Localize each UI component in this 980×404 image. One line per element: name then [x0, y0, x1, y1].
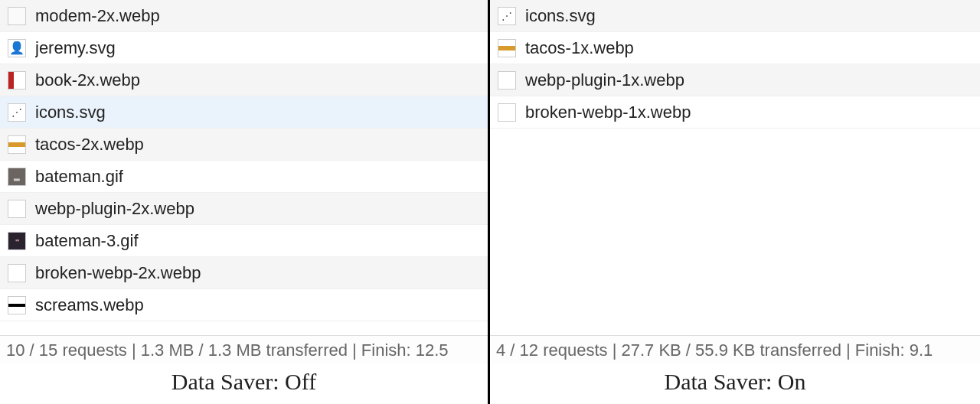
file-name-label: broken-webp-1x.webp [525, 103, 691, 122]
file-name-label: tacos-2x.webp [35, 135, 144, 155]
file-thumbnail-icon [498, 71, 516, 90]
file-name-label: webp-plugin-1x.webp [525, 70, 684, 90]
file-name-label: icons.svg [525, 6, 596, 26]
file-thumbnail-icon [498, 103, 516, 122]
file-name-label: bateman.gif [35, 167, 123, 187]
file-row[interactable]: jeremy.svg [0, 32, 488, 64]
file-thumbnail-icon [8, 135, 26, 154]
file-row[interactable]: broken-webp-2x.webp [0, 257, 488, 289]
file-row[interactable]: tacos-2x.webp [0, 129, 488, 161]
network-file-list-left[interactable]: modem-2x.webpjeremy.svgbook-2x.webpicons… [0, 0, 488, 321]
file-row[interactable]: icons.svg [490, 0, 980, 32]
file-thumbnail-icon [8, 103, 26, 122]
panel-data-saver-off: modem-2x.webpjeremy.svgbook-2x.webpicons… [0, 0, 490, 404]
file-row[interactable]: book-2x.webp [0, 64, 488, 96]
file-thumbnail-icon [8, 200, 26, 218]
file-row[interactable]: webp-plugin-1x.webp [490, 64, 980, 96]
file-name-label: icons.svg [35, 103, 106, 122]
caption-right: Data Saver: On [490, 364, 980, 404]
file-name-label: broken-webp-2x.webp [35, 263, 201, 283]
file-name-label: webp-plugin-2x.webp [35, 199, 194, 219]
file-row[interactable]: bateman.gif [0, 161, 488, 193]
file-thumbnail-icon [8, 296, 26, 314]
file-thumbnail-icon [8, 232, 26, 250]
file-thumbnail-icon [498, 7, 516, 25]
file-name-label: bateman-3.gif [35, 231, 139, 251]
file-name-label: modem-2x.webp [35, 6, 160, 26]
file-row[interactable]: modem-2x.webp [0, 0, 488, 32]
panel-data-saver-on: icons.svgtacos-1x.webpwebp-plugin-1x.web… [490, 0, 980, 404]
file-row[interactable]: tacos-1x.webp [490, 32, 980, 64]
file-row[interactable]: icons.svg [0, 96, 488, 129]
file-name-label: screams.webp [35, 295, 144, 315]
file-thumbnail-icon [8, 71, 26, 90]
file-name-label: jeremy.svg [35, 38, 116, 58]
file-name-label: tacos-1x.webp [525, 38, 634, 58]
file-row[interactable]: bateman-3.gif [0, 225, 488, 257]
status-bar-left: 10 / 15 requests | 1.3 MB / 1.3 MB trans… [0, 335, 488, 364]
caption-left: Data Saver: Off [0, 364, 488, 404]
file-name-label: book-2x.webp [35, 70, 140, 90]
file-row[interactable]: screams.webp [0, 289, 488, 321]
status-bar-right: 4 / 12 requests | 27.7 KB / 55.9 KB tran… [490, 335, 980, 364]
file-row[interactable]: broken-webp-1x.webp [490, 96, 980, 129]
network-file-list-right[interactable]: icons.svgtacos-1x.webpwebp-plugin-1x.web… [490, 0, 980, 129]
file-thumbnail-icon [8, 264, 26, 282]
file-thumbnail-icon [8, 39, 26, 57]
file-thumbnail-icon [8, 168, 26, 186]
file-thumbnail-icon [498, 39, 516, 57]
file-row[interactable]: webp-plugin-2x.webp [0, 193, 488, 225]
file-thumbnail-icon [8, 7, 26, 25]
